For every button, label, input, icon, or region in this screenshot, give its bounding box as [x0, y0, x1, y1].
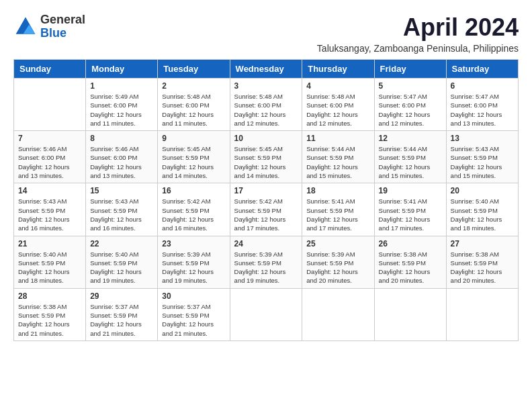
table-row: 8Sunrise: 5:46 AM Sunset: 6:00 PM Daylig… — [86, 131, 158, 183]
cell-info: Sunrise: 5:48 AM Sunset: 6:00 PM Dayligh… — [162, 92, 225, 128]
calendar-week-row: 21Sunrise: 5:40 AM Sunset: 5:59 PM Dayli… — [14, 236, 519, 288]
table-row: 19Sunrise: 5:41 AM Sunset: 5:59 PM Dayli… — [374, 183, 446, 236]
logo-icon — [13, 15, 38, 39]
calendar-table: Sunday Monday Tuesday Wednesday Thursday… — [13, 59, 519, 341]
header-thursday: Thursday — [302, 60, 374, 79]
day-number: 28 — [18, 291, 81, 301]
day-number: 25 — [306, 239, 369, 248]
day-number: 22 — [90, 239, 153, 248]
table-row: 18Sunrise: 5:41 AM Sunset: 5:59 PM Dayli… — [302, 183, 374, 236]
location-subtitle: Taluksangay, Zamboanga Peninsula, Philip… — [317, 43, 519, 54]
table-row: 25Sunrise: 5:39 AM Sunset: 5:59 PM Dayli… — [302, 236, 374, 288]
cell-info: Sunrise: 5:40 AM Sunset: 5:59 PM Dayligh… — [451, 197, 514, 232]
cell-info: Sunrise: 5:38 AM Sunset: 5:59 PM Dayligh… — [18, 302, 81, 338]
day-number: 7 — [18, 134, 81, 143]
table-row — [446, 288, 518, 340]
table-row: 23Sunrise: 5:39 AM Sunset: 5:59 PM Dayli… — [158, 236, 230, 288]
table-row: 30Sunrise: 5:37 AM Sunset: 5:59 PM Dayli… — [158, 288, 230, 340]
cell-info: Sunrise: 5:38 AM Sunset: 5:59 PM Dayligh… — [451, 250, 514, 285]
day-number: 3 — [234, 81, 298, 91]
cell-info: Sunrise: 5:43 AM Sunset: 5:59 PM Dayligh… — [451, 144, 514, 180]
day-number: 24 — [234, 239, 298, 248]
day-number: 4 — [306, 81, 369, 91]
table-row: 21Sunrise: 5:40 AM Sunset: 5:59 PM Dayli… — [14, 236, 86, 288]
cell-info: Sunrise: 5:41 AM Sunset: 5:59 PM Dayligh… — [306, 197, 369, 232]
cell-info: Sunrise: 5:43 AM Sunset: 5:59 PM Dayligh… — [18, 197, 81, 232]
day-number: 5 — [379, 81, 442, 91]
cell-info: Sunrise: 5:46 AM Sunset: 6:00 PM Dayligh… — [90, 144, 153, 180]
day-number: 14 — [18, 186, 81, 195]
header-friday: Friday — [374, 60, 446, 79]
cell-info: Sunrise: 5:45 AM Sunset: 5:59 PM Dayligh… — [234, 144, 298, 180]
cell-info: Sunrise: 5:47 AM Sunset: 6:00 PM Dayligh… — [451, 92, 514, 128]
cell-info: Sunrise: 5:44 AM Sunset: 5:59 PM Dayligh… — [379, 144, 442, 180]
table-row: 1Sunrise: 5:49 AM Sunset: 6:00 PM Daylig… — [86, 79, 158, 131]
table-row: 29Sunrise: 5:37 AM Sunset: 5:59 PM Dayli… — [86, 288, 158, 340]
day-number: 15 — [90, 186, 153, 195]
day-number: 16 — [162, 186, 225, 195]
table-row: 22Sunrise: 5:40 AM Sunset: 5:59 PM Dayli… — [86, 236, 158, 288]
cell-info: Sunrise: 5:48 AM Sunset: 6:00 PM Dayligh… — [234, 92, 298, 128]
calendar-week-row: 1Sunrise: 5:49 AM Sunset: 6:00 PM Daylig… — [14, 79, 519, 131]
day-number: 10 — [234, 134, 298, 143]
header-saturday: Saturday — [446, 60, 518, 79]
header-monday: Monday — [86, 60, 158, 79]
table-row — [14, 79, 86, 131]
logo-text: General Blue — [40, 13, 85, 40]
cell-info: Sunrise: 5:37 AM Sunset: 5:59 PM Dayligh… — [162, 302, 225, 338]
day-number: 9 — [162, 134, 225, 143]
title-block: April 2024 Taluksangay, Zamboanga Penins… — [317, 13, 519, 54]
cell-info: Sunrise: 5:47 AM Sunset: 6:00 PM Dayligh… — [379, 92, 442, 128]
cell-info: Sunrise: 5:43 AM Sunset: 5:59 PM Dayligh… — [90, 197, 153, 232]
day-number: 29 — [90, 291, 153, 301]
table-row: 20Sunrise: 5:40 AM Sunset: 5:59 PM Dayli… — [446, 183, 518, 236]
cell-info: Sunrise: 5:41 AM Sunset: 5:59 PM Dayligh… — [379, 197, 442, 232]
header-tuesday: Tuesday — [158, 60, 230, 79]
table-row: 15Sunrise: 5:43 AM Sunset: 5:59 PM Dayli… — [86, 183, 158, 236]
table-row: 24Sunrise: 5:39 AM Sunset: 5:59 PM Dayli… — [230, 236, 302, 288]
day-number: 1 — [90, 81, 153, 91]
calendar-week-row: 14Sunrise: 5:43 AM Sunset: 5:59 PM Dayli… — [14, 183, 519, 236]
calendar-week-row: 28Sunrise: 5:38 AM Sunset: 5:59 PM Dayli… — [14, 288, 519, 340]
day-number: 27 — [451, 239, 514, 248]
day-number: 12 — [379, 134, 442, 143]
header-sunday: Sunday — [14, 60, 86, 79]
cell-info: Sunrise: 5:40 AM Sunset: 5:59 PM Dayligh… — [90, 250, 153, 285]
table-row: 11Sunrise: 5:44 AM Sunset: 5:59 PM Dayli… — [302, 131, 374, 183]
table-row: 10Sunrise: 5:45 AM Sunset: 5:59 PM Dayli… — [230, 131, 302, 183]
table-row: 12Sunrise: 5:44 AM Sunset: 5:59 PM Dayli… — [374, 131, 446, 183]
cell-info: Sunrise: 5:48 AM Sunset: 6:00 PM Dayligh… — [306, 92, 369, 128]
month-title: April 2024 — [317, 13, 519, 42]
table-row: 6Sunrise: 5:47 AM Sunset: 6:00 PM Daylig… — [446, 79, 518, 131]
table-row: 4Sunrise: 5:48 AM Sunset: 6:00 PM Daylig… — [302, 79, 374, 131]
cell-info: Sunrise: 5:42 AM Sunset: 5:59 PM Dayligh… — [162, 197, 225, 232]
cell-info: Sunrise: 5:49 AM Sunset: 6:00 PM Dayligh… — [90, 92, 153, 128]
day-number: 19 — [379, 186, 442, 195]
table-row: 9Sunrise: 5:45 AM Sunset: 5:59 PM Daylig… — [158, 131, 230, 183]
day-number: 30 — [162, 291, 225, 301]
page-header: General Blue April 2024 Taluksangay, Zam… — [13, 13, 519, 54]
day-number: 8 — [90, 134, 153, 143]
cell-info: Sunrise: 5:39 AM Sunset: 5:59 PM Dayligh… — [234, 250, 298, 285]
header-wednesday: Wednesday — [230, 60, 302, 79]
cell-info: Sunrise: 5:37 AM Sunset: 5:59 PM Dayligh… — [90, 302, 153, 338]
day-number: 21 — [18, 239, 81, 248]
logo-blue: Blue — [40, 26, 66, 40]
cell-info: Sunrise: 5:39 AM Sunset: 5:59 PM Dayligh… — [162, 250, 225, 285]
table-row: 16Sunrise: 5:42 AM Sunset: 5:59 PM Dayli… — [158, 183, 230, 236]
table-row: 13Sunrise: 5:43 AM Sunset: 5:59 PM Dayli… — [446, 131, 518, 183]
cell-info: Sunrise: 5:42 AM Sunset: 5:59 PM Dayligh… — [234, 197, 298, 232]
table-row: 5Sunrise: 5:47 AM Sunset: 6:00 PM Daylig… — [374, 79, 446, 131]
table-row — [230, 288, 302, 340]
table-row: 17Sunrise: 5:42 AM Sunset: 5:59 PM Dayli… — [230, 183, 302, 236]
day-number: 20 — [451, 186, 514, 195]
cell-info: Sunrise: 5:39 AM Sunset: 5:59 PM Dayligh… — [306, 250, 369, 285]
cell-info: Sunrise: 5:38 AM Sunset: 5:59 PM Dayligh… — [379, 250, 442, 285]
cell-info: Sunrise: 5:40 AM Sunset: 5:59 PM Dayligh… — [18, 250, 81, 285]
table-row: 28Sunrise: 5:38 AM Sunset: 5:59 PM Dayli… — [14, 288, 86, 340]
calendar-header-row: Sunday Monday Tuesday Wednesday Thursday… — [14, 60, 519, 79]
day-number: 11 — [306, 134, 369, 143]
day-number: 26 — [379, 239, 442, 248]
table-row: 2Sunrise: 5:48 AM Sunset: 6:00 PM Daylig… — [158, 79, 230, 131]
cell-info: Sunrise: 5:46 AM Sunset: 6:00 PM Dayligh… — [18, 144, 81, 180]
